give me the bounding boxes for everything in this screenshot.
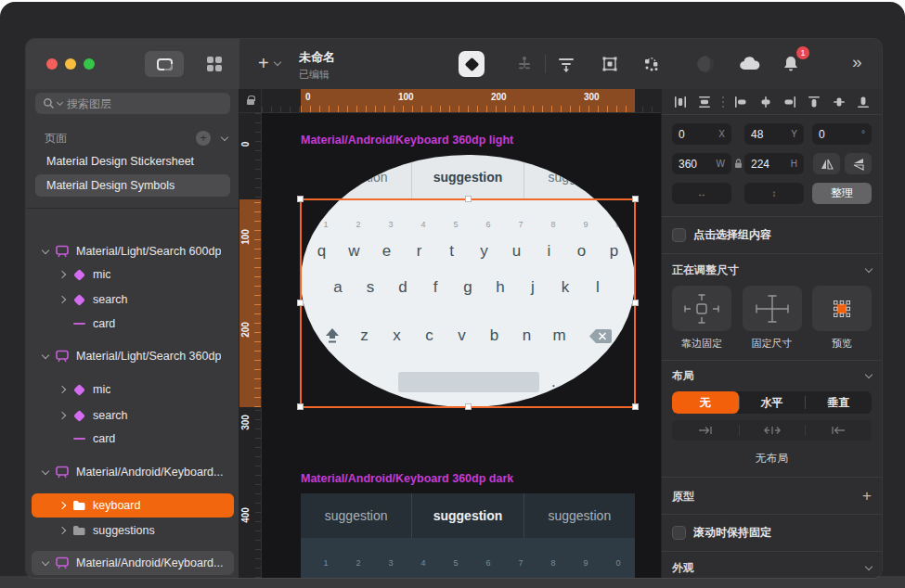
notifications-button[interactable]: 1	[778, 51, 804, 77]
components-view-button[interactable]	[195, 51, 234, 77]
data-button[interactable]	[692, 51, 718, 77]
vertical-ruler[interactable]: 0100200300400	[239, 113, 262, 578]
height-field[interactable]: 224H	[744, 153, 804, 174]
layout-none-segment[interactable]: 无	[672, 391, 739, 414]
selection-handle[interactable]	[632, 403, 639, 410]
chevron-down-icon[interactable]	[39, 561, 52, 565]
resize-preview[interactable]	[812, 286, 872, 331]
create-symbol-button[interactable]	[459, 51, 485, 77]
min-height-field[interactable]: ↕	[744, 183, 804, 204]
ruler-corner[interactable]	[239, 89, 262, 113]
layer-row-group-selected[interactable]: keyboard	[32, 493, 234, 518]
selection-handle[interactable]	[297, 196, 304, 202]
page-item-selected[interactable]: Material Design Symbols	[35, 174, 230, 197]
aspect-lock-button[interactable]	[731, 159, 744, 169]
search-input[interactable]	[67, 97, 197, 110]
y-position-field[interactable]: 48Y	[744, 123, 804, 145]
align-center-horizontal-button[interactable]	[757, 94, 774, 110]
detach-button[interactable]	[639, 51, 665, 77]
width-field[interactable]: 360W	[672, 153, 731, 174]
layer-row-group[interactable]: suggestions	[32, 518, 234, 543]
arrange-center-out-segment[interactable]	[739, 420, 806, 441]
artboard-keyboard-dark[interactable]: suggestionsuggestionsuggestion 1q2w3e4r5…	[301, 493, 635, 578]
layer-row-symbol[interactable]: mic	[32, 377, 234, 402]
artboard-title-light[interactable]: Material/Android/Keyboard 360dp light	[301, 134, 513, 147]
layout-vertical-segment[interactable]: 垂直	[805, 391, 872, 414]
layer-row-artboard[interactable]: Material/Android/Keyboard...	[32, 551, 234, 575]
send-to-symbols-button[interactable]	[511, 51, 537, 77]
suggestion-label: suggestion	[301, 493, 411, 538]
align-left-button[interactable]	[732, 94, 749, 110]
distribute-horizontal-button[interactable]	[672, 94, 689, 110]
pages-collapse-chevron-icon[interactable]	[221, 133, 228, 140]
arrange-right-to-left-segment[interactable]	[805, 420, 872, 441]
chevron-right-icon[interactable]	[56, 528, 69, 533]
selection-handle[interactable]	[297, 403, 304, 410]
layer-row-symbol[interactable]: search	[32, 403, 234, 428]
search-options-chevron-icon[interactable]	[57, 98, 63, 105]
fixed-size-option[interactable]	[743, 286, 802, 331]
layer-search-field[interactable]	[35, 93, 230, 114]
distribute-vertical-button[interactable]	[696, 94, 713, 110]
zoom-window-button[interactable]	[84, 58, 95, 70]
chevron-down-icon[interactable]	[39, 249, 52, 253]
page-item[interactable]: Material Design Stickersheet	[35, 150, 230, 173]
suggestion-label: suggestion	[524, 155, 635, 199]
align-top-button[interactable]	[806, 94, 822, 110]
chevron-right-icon[interactable]	[56, 387, 69, 392]
add-prototype-button[interactable]: +	[862, 487, 872, 505]
align-right-button[interactable]	[782, 94, 798, 110]
flip-horizontal-button[interactable]	[813, 153, 840, 174]
canvas-view-button[interactable]	[145, 51, 184, 77]
appearance-section-header[interactable]: 外观	[662, 560, 882, 576]
tidy-button[interactable]: 整理	[812, 183, 872, 204]
prototype-section-header[interactable]: 原型+	[662, 487, 882, 505]
chevron-right-icon[interactable]	[56, 503, 69, 508]
detach-nodes-icon	[641, 55, 662, 73]
layer-row-symbol[interactable]: search	[32, 288, 234, 312]
minimize-window-button[interactable]	[65, 58, 76, 70]
horizontal-ruler[interactable]: 0100200300	[262, 89, 661, 113]
chevron-right-icon[interactable]	[56, 413, 69, 418]
layer-row-symbol[interactable]: mic	[32, 262, 234, 287]
min-width-field[interactable]: ↔	[672, 183, 731, 204]
toolbar-overflow-button[interactable]: »	[852, 52, 860, 72]
resizing-section-header[interactable]: 正在调整尺寸	[662, 262, 882, 278]
selection-handle[interactable]	[632, 196, 639, 202]
layer-row-shape[interactable]: card	[32, 312, 234, 336]
align-middle-vertical-button[interactable]	[831, 94, 847, 110]
fix-on-scroll-checkbox[interactable]	[672, 526, 686, 540]
layer-row-artboard[interactable]: Material/Light/Search 600dp	[32, 239, 234, 263]
selection-handle[interactable]	[297, 300, 304, 306]
flip-vertical-button[interactable]	[845, 153, 872, 174]
chevron-down-icon[interactable]	[39, 470, 52, 474]
selection-handle[interactable]	[632, 300, 639, 306]
canvas[interactable]: Material/Android/Keyboard 360dp light su…	[239, 89, 661, 578]
edit-button[interactable]	[597, 51, 623, 77]
arrange-left-to-right-segment[interactable]	[672, 420, 739, 441]
layer-row-artboard[interactable]: Material/Light/Search 360dp	[32, 344, 234, 368]
tidy-button[interactable]	[553, 51, 579, 77]
layout-horizontal-segment[interactable]: 水平	[739, 391, 806, 414]
add-page-button[interactable]: +	[196, 131, 211, 146]
pin-to-edge-option[interactable]	[672, 286, 731, 331]
layout-section-header[interactable]: 布局	[662, 368, 882, 384]
chevron-down-icon[interactable]	[39, 354, 52, 358]
layer-row-shape[interactable]: card	[32, 427, 234, 451]
cloud-button[interactable]	[737, 51, 763, 77]
chevron-right-icon[interactable]	[56, 272, 69, 277]
selection-handle[interactable]	[465, 403, 472, 410]
insert-button[interactable]: +	[258, 54, 280, 72]
bell-icon	[782, 55, 800, 73]
select-group-content-checkbox[interactable]	[672, 228, 686, 242]
selection-handle[interactable]	[465, 196, 472, 202]
align-bottom-button[interactable]	[855, 94, 872, 110]
x-position-field[interactable]: 0X	[672, 123, 731, 145]
chevron-right-icon[interactable]	[56, 297, 69, 302]
rotation-field[interactable]: 0°	[812, 123, 872, 145]
artboard-title-dark[interactable]: Material/Android/Keyboard 360dp dark	[301, 472, 513, 485]
layer-row-artboard[interactable]: Material/Android/Keyboard...	[32, 460, 234, 484]
pin-to-edge-label: 靠边固定	[672, 337, 731, 351]
fixed-size-label: 固定尺寸	[743, 337, 802, 351]
close-window-button[interactable]	[46, 58, 58, 70]
